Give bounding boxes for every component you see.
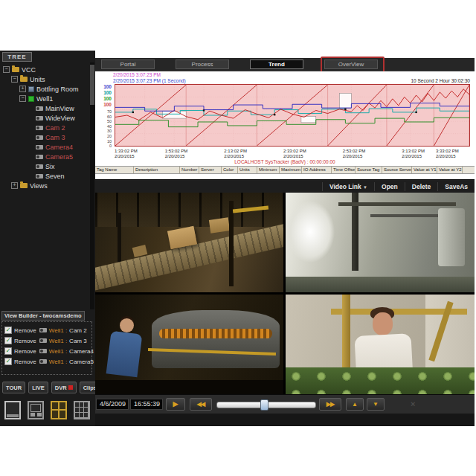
column-header-source-tag[interactable]: Source Tag [356, 167, 382, 173]
camera-name-label: Camera5 [69, 358, 94, 365]
dvr-button[interactable]: DVR [51, 382, 77, 393]
timeline-slider[interactable] [216, 402, 316, 408]
close-icon[interactable]: × [411, 399, 415, 408]
camera-icon [36, 106, 43, 111]
tree-item-label: Six [45, 163, 55, 170]
x-axis-tick: 1:53:02 PM2/20/2015 [165, 149, 199, 158]
tree-expander-icon[interactable]: − [3, 66, 10, 73]
tree-item-label: Cam 2 [45, 124, 65, 132]
layout-quad-icon[interactable] [51, 401, 67, 419]
folder-icon [12, 67, 19, 72]
column-header-tag-name[interactable]: Tag Name [95, 167, 134, 173]
tree-expander-icon[interactable]: + [19, 86, 26, 92]
tab-overview[interactable]: OverView [324, 60, 378, 69]
view-builder-row: RemoveWell1 :Camera4 [4, 346, 91, 356]
tree-item-vcc[interactable]: −VCC [1, 65, 89, 74]
slider-thumb[interactable] [260, 399, 268, 411]
layout-single-icon[interactable] [4, 401, 21, 419]
x-tick-date: 2/20/2015 [283, 154, 318, 159]
trend-plot[interactable] [115, 84, 470, 147]
x-tick-date: 2/20/2015 [402, 154, 436, 159]
column-header-maximum[interactable]: Maximum [280, 167, 302, 173]
tree-item-camera4[interactable]: Camera4 [1, 142, 89, 152]
tree-panel-tab[interactable]: TREE [2, 52, 32, 62]
view-builder-title: View Builder - twocamsdemo [1, 311, 85, 321]
fast-forward-button[interactable]: ▶▶ [319, 398, 341, 411]
open-button[interactable]: Open [374, 182, 405, 191]
camera-icon [36, 116, 43, 120]
column-header-number[interactable]: Number [180, 167, 199, 173]
tree-item-mainview[interactable]: MainView [1, 103, 89, 113]
tree-item-cam-3[interactable]: Cam 3 [1, 132, 89, 142]
tree-item-wideview[interactable]: WideView [1, 113, 89, 123]
layout-one-plus-two-icon[interactable] [28, 401, 44, 419]
column-header-value-at-y2[interactable]: Value at Y2 [437, 167, 463, 173]
delete-button[interactable]: Delete [405, 182, 438, 191]
speed-down-button[interactable]: ▼ [367, 398, 385, 411]
tree-item-label: VCC [22, 66, 36, 74]
tab-trend[interactable]: Trend [250, 60, 303, 69]
remove-label: Remove [14, 327, 36, 334]
tree-expander-icon[interactable]: − [11, 76, 18, 83]
column-header-io-address[interactable]: IO Address [302, 167, 332, 173]
remove-checkbox[interactable] [4, 358, 12, 365]
tree-item-views[interactable]: +Views [1, 181, 89, 190]
cursor-time-blue: 2/20/2015 3:07:23 PM (1 Second) [113, 78, 186, 83]
x-tick-date: 2/20/2015 [436, 154, 470, 159]
remove-checkbox[interactable] [4, 337, 12, 344]
tab-portal[interactable]: Portal [101, 60, 155, 69]
worker-head-shape [120, 318, 134, 332]
tree-expander-icon[interactable]: − [19, 95, 26, 102]
x-axis-tick: 2:53:02 PM2/20/2015 [343, 149, 377, 158]
tree-item-cam-2[interactable]: Cam 2 [1, 123, 89, 132]
tabs-bar: Portal Process Trend OverView [95, 58, 475, 71]
worker-shirt-shape [106, 331, 142, 378]
rewind-button[interactable]: ◀◀ [190, 398, 212, 411]
scrollbar-thumb[interactable] [90, 65, 94, 105]
tree-item-camera5[interactable]: Camera5 [1, 152, 89, 161]
tree-item-units[interactable]: −Units [1, 74, 89, 84]
column-header-units[interactable]: Units [238, 167, 257, 173]
camera-icon [36, 126, 43, 130]
tree-scrollbar[interactable] [90, 62, 94, 309]
tree-item-bottling-room[interactable]: +Bottling Room [1, 84, 89, 94]
column-header-source-server[interactable]: Source Server [382, 167, 412, 173]
tour-button[interactable]: TOUR [2, 382, 25, 393]
camera-icon [36, 164, 43, 169]
live-button[interactable]: LIVE [28, 382, 48, 393]
remove-checkbox[interactable] [4, 327, 12, 334]
y-axis-scale-label: 100 [103, 96, 112, 102]
tag-table-empty-row[interactable] [95, 174, 475, 179]
support-post-shape [229, 201, 234, 286]
saveas-button[interactable]: SaveAs [437, 182, 475, 191]
camera-feed-top-right[interactable] [286, 193, 475, 292]
x-tick-date: 2/20/2015 [343, 154, 377, 159]
remove-checkbox[interactable] [4, 347, 12, 355]
layout-nine-icon[interactable] [74, 401, 90, 419]
camera-feed-top-left[interactable] [95, 193, 283, 292]
tour-label: TOUR [6, 385, 22, 391]
time-field[interactable]: 16:55:39 [130, 399, 163, 410]
tree-item-seven[interactable]: Seven [1, 171, 89, 181]
video-link-dropdown[interactable]: Video Link ▼ [322, 182, 374, 191]
bottling-carousel-shape [152, 310, 280, 368]
play-button[interactable]: ▶ [166, 398, 185, 411]
tree-item-well1[interactable]: −Well1 [1, 94, 89, 103]
tree-item-six[interactable]: Six [1, 161, 89, 171]
green-cans-shape [286, 367, 475, 394]
camera-feed-bottom-right[interactable] [286, 295, 475, 394]
tab-process[interactable]: Process [176, 60, 229, 69]
x-axis-tick: 3:33:02 PM2/20/2015 [436, 149, 470, 158]
speed-up-button[interactable]: ▲ [346, 398, 364, 411]
column-header-server[interactable]: Server [199, 167, 222, 173]
column-header-value-at-y1[interactable]: Value at Y1 [412, 167, 437, 173]
tree-expander-icon[interactable]: + [11, 182, 18, 189]
tree-item-label: WideView [45, 115, 75, 122]
date-field[interactable]: 4/6/2009 [96, 399, 129, 410]
column-header-filler [463, 167, 475, 173]
camera-feed-bottom-left[interactable] [95, 295, 283, 394]
column-header-color[interactable]: Color [222, 167, 238, 173]
column-header-description[interactable]: Description [134, 167, 180, 173]
column-header-time-offset[interactable]: Time Offset [332, 167, 356, 173]
column-header-minimum[interactable]: Minimum [257, 167, 280, 173]
